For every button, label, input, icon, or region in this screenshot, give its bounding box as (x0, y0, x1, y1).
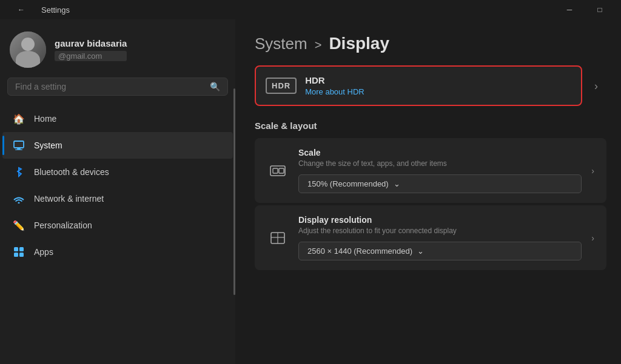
sidebar-item-system[interactable]: System (2, 132, 233, 159)
system-icon (12, 139, 25, 152)
personalization-icon: ✏️ (12, 219, 25, 232)
window-controls: ─ □ (556, 0, 614, 19)
sidebar-item-personalization[interactable]: ✏️ Personalization (2, 212, 233, 239)
sidebar: gaurav bidasaria @gmail.com 🔍 🏠 Home (0, 19, 235, 364)
home-icon: 🏠 (12, 112, 25, 125)
hdr-badge: HDR (266, 78, 297, 94)
svg-rect-4 (14, 247, 18, 251)
hdr-link[interactable]: More about HDR (305, 87, 364, 96)
svg-point-3 (18, 202, 20, 204)
main-layout: gaurav bidasaria @gmail.com 🔍 🏠 Home (0, 19, 621, 364)
search-input[interactable] (15, 82, 205, 91)
resolution-dropdown-wrap: 2560 × 1440 (Recommended) ⌄ (298, 237, 582, 260)
sidebar-item-label: Bluetooth & devices (34, 167, 109, 177)
svg-rect-7 (19, 253, 24, 257)
resolution-dropdown[interactable]: 2560 × 1440 (Recommended) ⌄ (298, 242, 582, 260)
resolution-icon (267, 227, 289, 249)
content-area: System > Display HDR HDR More about HDR … (235, 19, 621, 364)
avatar (10, 31, 46, 68)
search-box: 🔍 (7, 78, 228, 96)
scale-dropdown-wrap: 150% (Recommended) ⌄ (298, 170, 582, 193)
user-info: gaurav bidasaria @gmail.com (55, 38, 127, 61)
scale-icon (267, 160, 289, 182)
sidebar-item-label: Home (34, 114, 56, 124)
search-icon: 🔍 (210, 82, 220, 91)
scale-desc: Change the size of text, apps, and other… (298, 159, 582, 168)
avatar-image (10, 31, 46, 68)
section-title-scale: Scale & layout (255, 121, 621, 131)
hdr-card[interactable]: HDR HDR More about HDR › (255, 65, 582, 106)
sidebar-item-label: Personalization (34, 220, 92, 230)
resolution-dropdown-value: 2560 × 1440 (Recommended) (307, 247, 412, 256)
breadcrumb-current: Display (329, 34, 389, 53)
svg-rect-2 (15, 150, 22, 150)
app-title: Settings (41, 5, 70, 15)
svg-rect-9 (273, 168, 278, 173)
user-profile[interactable]: gaurav bidasaria @gmail.com (0, 19, 235, 78)
titlebar: ← Settings ─ □ (0, 0, 621, 19)
user-email: @gmail.com (55, 51, 127, 61)
svg-rect-5 (19, 247, 24, 251)
sidebar-item-label: System (34, 141, 62, 150)
back-button[interactable]: ← (7, 0, 35, 19)
resolution-chevron-icon: › (591, 233, 594, 243)
titlebar-left: ← Settings (7, 0, 70, 19)
page-header: System > Display (255, 19, 621, 65)
svg-rect-10 (279, 168, 284, 173)
breadcrumb-separator: > (315, 38, 322, 52)
sidebar-nav: 🏠 Home System B (0, 105, 235, 265)
maximize-button[interactable]: □ (586, 0, 614, 19)
user-name: gaurav bidasaria (55, 38, 127, 48)
network-icon (12, 192, 25, 205)
sidebar-item-home[interactable]: 🏠 Home (2, 105, 233, 132)
setting-card-resolution[interactable]: Display resolution Adjust the resolution… (255, 205, 606, 270)
minimize-button[interactable]: ─ (556, 0, 583, 19)
svg-rect-6 (14, 253, 18, 257)
scale-info: Scale Change the size of text, apps, and… (298, 148, 582, 193)
scale-dropdown-value: 150% (Recommended) (307, 179, 389, 188)
svg-rect-0 (14, 141, 24, 148)
hdr-text: HDR More about HDR (305, 75, 364, 96)
resolution-title: Display resolution (298, 215, 582, 225)
sidebar-item-apps[interactable]: Apps (2, 239, 233, 265)
resolution-desc: Adjust the resolution to fit your connec… (298, 227, 582, 235)
scale-title: Scale (298, 148, 582, 157)
sidebar-scrollbar[interactable] (233, 88, 235, 295)
apps-icon (12, 245, 25, 259)
sidebar-item-label: Network & internet (34, 194, 104, 204)
resolution-info: Display resolution Adjust the resolution… (298, 215, 582, 260)
setting-card-scale[interactable]: Scale Change the size of text, apps, and… (255, 138, 606, 203)
search-container: 🔍 (0, 78, 235, 105)
breadcrumb-system: System (255, 35, 307, 53)
sidebar-item-label: Apps (34, 247, 53, 257)
scale-chevron-icon: › (591, 166, 594, 176)
resolution-dropdown-chevron: ⌄ (417, 247, 424, 256)
sidebar-item-network[interactable]: Network & internet (2, 185, 233, 212)
scale-dropdown[interactable]: 150% (Recommended) ⌄ (298, 174, 582, 193)
bluetooth-icon (12, 165, 25, 179)
hdr-title: HDR (305, 75, 364, 85)
hdr-chevron-icon: › (594, 79, 598, 92)
scale-dropdown-chevron: ⌄ (394, 179, 400, 188)
sidebar-item-bluetooth[interactable]: Bluetooth & devices (2, 159, 233, 185)
